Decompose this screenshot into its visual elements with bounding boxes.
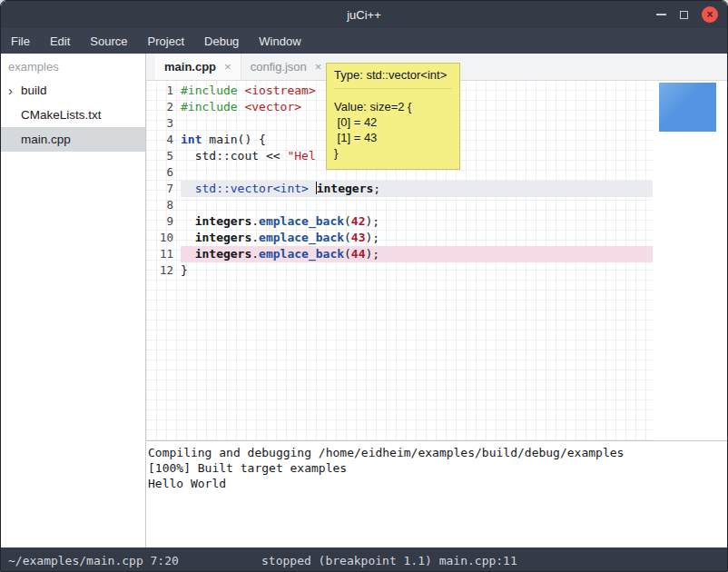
tooltip-line: [0] = 42	[334, 114, 452, 130]
project-name: examples	[1, 54, 145, 78]
editor-line: 11 integers.emplace_back(44);	[146, 246, 653, 262]
tooltip-line: }	[334, 145, 452, 161]
app-window: juCi++ × FileEditSourceProjectDebugWindo…	[0, 0, 728, 572]
menu-item-project[interactable]: Project	[138, 28, 194, 54]
title-bar: juCi++ ×	[1, 1, 727, 28]
tab-close-icon[interactable]: ×	[224, 60, 231, 74]
sidebar-item-main-cpp[interactable]: main.cpp	[1, 127, 145, 152]
code-token	[181, 247, 195, 261]
code-token: emplace_back	[259, 231, 344, 244]
code-token: 44	[351, 247, 366, 261]
line-number[interactable]: 7	[146, 181, 181, 197]
tooltip-line: Value: size=2 {	[334, 99, 452, 114]
code-line[interactable]: }	[181, 262, 653, 279]
code-token: emplace_back	[259, 214, 344, 228]
line-number[interactable]: 11	[146, 246, 181, 262]
sidebar-item-build[interactable]: ›build	[1, 78, 145, 103]
line-number[interactable]: 8	[146, 197, 181, 213]
sidebar-item-label: build	[21, 84, 47, 97]
code-token: integers	[317, 182, 374, 195]
code-line[interactable]: integers.emplace_back(44);	[181, 246, 653, 262]
status-bar: ~/examples/main.cpp 7:20 stopped (breakp…	[1, 547, 727, 572]
editor-line: 7 std::vector<int> integers;	[146, 181, 653, 197]
tooltip-line: [1] = 43	[334, 130, 452, 145]
code-token: std::cout <<	[181, 149, 287, 163]
tab-main-cpp[interactable]: main.cpp×	[155, 54, 241, 80]
code-token: emplace_back	[259, 247, 344, 261]
tab-close-icon[interactable]: ×	[315, 60, 322, 74]
sidebar-item-cmakelists-txt[interactable]: CMakeLists.txt	[1, 103, 145, 127]
code-token: (	[344, 231, 351, 244]
minimize-button[interactable]	[656, 14, 666, 15]
code-token: std::vector<int>	[195, 182, 309, 195]
code-token: (	[344, 214, 351, 228]
code-token	[309, 182, 316, 195]
code-token: integers	[195, 231, 252, 244]
code-token: (	[344, 247, 351, 261]
code-token: 42	[351, 214, 366, 228]
line-number[interactable]: 9	[146, 213, 181, 230]
code-token: "Hel	[287, 149, 315, 163]
editor-line: 12}	[146, 262, 653, 279]
code-token: .	[251, 214, 259, 228]
menu-bar: FileEditSourceProjectDebugWindow	[1, 28, 727, 54]
window-controls: ×	[656, 1, 718, 28]
code-token: #include	[181, 100, 238, 113]
line-number[interactable]: 3	[146, 115, 181, 132]
tooltip-value-block: Value: size=2 { [0] = 42 [1] = 43}	[334, 99, 452, 161]
code-token: 43	[351, 231, 366, 244]
code-token: .	[251, 231, 259, 244]
editor-line: 10 integers.emplace_back(43);	[146, 230, 653, 246]
code-token: <vector>	[244, 100, 301, 113]
line-number[interactable]: 5	[146, 148, 181, 164]
tab-config-json[interactable]: config.json×	[241, 54, 331, 80]
line-number[interactable]: 6	[146, 164, 181, 181]
tooltip-type-line: Type: std::vector<int>	[334, 68, 452, 89]
code-line[interactable]: integers.emplace_back(42);	[181, 213, 653, 230]
line-number[interactable]: 1	[146, 83, 181, 99]
terminal-line: [100%] Built target examples	[148, 460, 725, 476]
code-token: #include	[181, 84, 238, 97]
code-token: );	[366, 214, 380, 228]
sidebar-item-label: main.cpp	[21, 133, 71, 146]
code-token: );	[366, 247, 380, 261]
code-line[interactable]	[181, 197, 653, 213]
sidebar-item-label: CMakeLists.txt	[21, 108, 102, 122]
code-token	[181, 182, 195, 195]
line-number[interactable]: 10	[146, 230, 181, 246]
maximize-button[interactable]	[680, 11, 688, 19]
editor-line: 9 integers.emplace_back(42);	[146, 213, 653, 230]
menu-item-debug[interactable]: Debug	[194, 28, 249, 54]
close-button[interactable]: ×	[702, 6, 718, 23]
maximize-icon	[680, 11, 688, 19]
line-number[interactable]: 2	[146, 99, 181, 115]
code-token: main() {	[202, 133, 265, 146]
close-icon: ×	[706, 9, 713, 20]
tab-label: config.json	[251, 60, 307, 74]
menu-item-source[interactable]: Source	[80, 28, 137, 54]
editor-scroll-area	[653, 81, 727, 440]
code-token: <iostream>	[244, 84, 315, 97]
code-token: integers	[195, 247, 252, 261]
code-token	[181, 231, 195, 244]
status-file-position: ~/examples/main.cpp 7:20	[8, 554, 179, 567]
minimize-icon	[656, 14, 666, 15]
code-line[interactable]: integers.emplace_back(43);	[181, 230, 653, 246]
menu-item-edit[interactable]: Edit	[40, 28, 80, 54]
file-tree: ›buildCMakeLists.txtmain.cpp	[1, 78, 145, 152]
terminal-output[interactable]: Compiling and debugging /home/eidheim/ex…	[146, 440, 727, 547]
terminal-line: Compiling and debugging /home/eidheim/ex…	[148, 445, 725, 460]
line-number[interactable]: 12	[146, 262, 181, 279]
terminal-line: Hello World	[148, 476, 725, 491]
line-number[interactable]: 4	[146, 132, 181, 148]
minimap[interactable]	[659, 83, 716, 132]
debug-value-tooltip: Type: std::vector<int> Value: size=2 { […	[326, 63, 460, 170]
code-token: }	[181, 263, 188, 277]
chevron-right-icon[interactable]: ›	[8, 84, 21, 97]
code-token: int	[181, 133, 202, 146]
window-title: juCi++	[347, 8, 381, 22]
tab-label: main.cpp	[164, 60, 216, 74]
menu-item-window[interactable]: Window	[249, 28, 310, 54]
menu-item-file[interactable]: File	[1, 28, 40, 54]
code-line[interactable]: std::vector<int> integers;	[181, 181, 653, 197]
